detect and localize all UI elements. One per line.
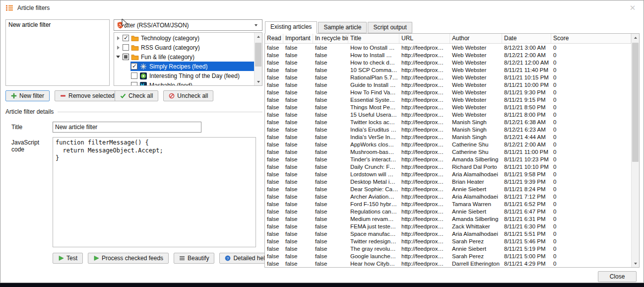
tree-checkbox[interactable]	[131, 82, 137, 86]
column-header-title[interactable]: Title	[348, 34, 399, 43]
scroll-down-icon[interactable]	[255, 78, 262, 85]
tab-script-output[interactable]: Script output	[368, 22, 412, 33]
table-row[interactable]: falsefalsefalseSpace manufac…http://feed…	[265, 230, 631, 237]
tree-checkbox[interactable]	[131, 63, 137, 70]
table-row[interactable]: falsefalsefalseRationalPlan 5.7…http://f…	[265, 73, 631, 81]
table-row[interactable]: falsefalsefalseAppWorks clos…http://feed…	[265, 141, 631, 148]
table-scrollbar-thumb[interactable]	[632, 43, 639, 162]
title-input[interactable]	[53, 122, 201, 133]
tree-checkbox[interactable]	[131, 72, 137, 79]
table-row[interactable]: falsefalsefalseMushroom-bas…http://feedp…	[265, 148, 631, 155]
table-row[interactable]: falsefalsefalseHow To Find Va…http://fee…	[265, 88, 631, 96]
tree-item-body[interactable]: Simply Recipes (feed)	[130, 62, 254, 71]
uncheck-all-button[interactable]: Uncheck all	[163, 90, 213, 101]
tree-checkbox[interactable]	[123, 44, 129, 51]
table-row[interactable]: falsefalsefalse10 SCP Comma…http://feedp…	[265, 66, 631, 73]
tree-expander[interactable]	[114, 56, 122, 58]
tree-item[interactable]: Technology (category)	[114, 33, 254, 43]
table-row[interactable]: falsefalsefalseHow to Install …http://fe…	[265, 51, 631, 59]
table-row[interactable]: falsefalsefalseMedium revam…http://feedp…	[265, 215, 631, 222]
column-header-score[interactable]: Score	[551, 34, 631, 43]
process-checked-feeds-button[interactable]: Process checked feeds	[88, 253, 169, 264]
tab-existing-articles[interactable]: Existing articles	[265, 21, 317, 34]
table-row[interactable]: falsefalsefalseArcher Aviation…http://fe…	[265, 193, 631, 200]
table-scrollbar[interactable]	[631, 34, 639, 267]
table-row[interactable]: falsefalsefalse15 Useful Usera…http://fe…	[265, 111, 631, 118]
table-row[interactable]: falsefalsefalseTinder's interact…http://…	[265, 155, 631, 163]
tab-sample-article[interactable]: Sample article	[318, 22, 367, 33]
table-cell: 0	[551, 45, 631, 51]
svg-text:?: ?	[227, 256, 229, 261]
tree-item-body[interactable]: Mashable (feed)	[130, 80, 254, 86]
column-header-important[interactable]: Important	[283, 34, 313, 43]
table-row[interactable]: falsefalsefalseHow to Onstall …http://fe…	[265, 44, 631, 51]
table-cell: Medium revam…	[348, 216, 399, 222]
table-row[interactable]: falsefalsefalseGuide to Install …http://…	[265, 81, 631, 88]
table-cell: false	[283, 156, 313, 162]
table-row[interactable]: falsefalsefalseGoogle launche…http://fee…	[265, 252, 631, 260]
tree-item[interactable]: Mashable (feed)	[114, 80, 254, 86]
table-row[interactable]: falsefalsefalseTwitter redesign…http://f…	[265, 237, 631, 245]
table-row[interactable]: falsefalsefalseRegulations can…http://fe…	[265, 208, 631, 215]
tree-item-body[interactable]: Fun & life (category)	[122, 52, 254, 62]
check-all-button[interactable]: Check all	[115, 90, 158, 101]
column-header-author[interactable]: Author	[450, 34, 502, 43]
tree-item[interactable]: Simply Recipes (feed)	[114, 62, 254, 71]
table-row[interactable]: falsefalsefalseDaily Crunch: F…http://fe…	[265, 163, 631, 170]
table-row[interactable]: falsefalsefalseIndia's VerSe In…http://f…	[265, 133, 631, 141]
table-row[interactable]: falsefalsefalseIndia's Eruditus …http://…	[265, 126, 631, 133]
tree-item-label: RSS Guard (category)	[141, 44, 200, 51]
table-cell: India's VerSe In…	[348, 134, 399, 140]
column-header-in-recycle-bin[interactable]: In recycle bin	[313, 34, 348, 43]
feed-tree-items: Technology (category) RSS Guard (categor…	[114, 33, 254, 86]
close-button[interactable]: Close	[598, 271, 637, 282]
table-cell: false	[265, 52, 283, 58]
table-row[interactable]: falsefalsefalseEssential Syste…http://fe…	[265, 96, 631, 103]
tree-item-body[interactable]: Interesting Thing of the Day (feed)	[130, 71, 254, 80]
table-cell: false	[265, 74, 283, 80]
table-row[interactable]: falsefalsefalseThe gray revolu…http://fe…	[265, 245, 631, 252]
chevron-down-icon[interactable]	[253, 24, 259, 26]
table-row[interactable]: falsefalsefalseDesktop Metal i…http://fe…	[265, 178, 631, 185]
table-row[interactable]: falsefalsefalseTwitter locks ac…http://f…	[265, 118, 631, 126]
table-row[interactable]: falsefalsefalseThings Most Pe…http://fee…	[265, 103, 631, 111]
tree-scrollbar-thumb[interactable]	[255, 43, 261, 67]
table-row[interactable]: falsefalsefalseHear how Cityb…http://fee…	[265, 260, 631, 267]
table-cell: http://feedprox…	[399, 179, 450, 185]
column-header-read[interactable]: Read	[265, 34, 283, 43]
table-cell: Amanda Silberling	[450, 216, 502, 222]
table-cell: false	[283, 253, 313, 259]
column-header-date[interactable]: Date	[502, 34, 551, 43]
table-row[interactable]: falsefalsefalseHow to check d…http://fee…	[265, 59, 631, 66]
tree-item-body[interactable]: RSS Guard (category)	[122, 43, 254, 52]
remove-selected-button[interactable]: Remove selected	[55, 90, 120, 101]
table-cell: false	[283, 127, 313, 133]
lines-icon	[179, 255, 185, 261]
tree-item-body[interactable]: Technology (category)	[122, 33, 254, 43]
tree-expander[interactable]	[114, 36, 122, 40]
new-filter-button[interactable]: New filter	[5, 90, 50, 101]
scroll-up-icon[interactable]	[255, 33, 262, 40]
tree-checkbox[interactable]	[123, 35, 129, 41]
table-row[interactable]: falsefalsefalseFord F-150 hybr…http://fe…	[265, 200, 631, 208]
filter-list-item[interactable]: New article filter	[7, 21, 108, 29]
tree-checkbox[interactable]	[123, 54, 129, 60]
table-row[interactable]: falsefalsefalseFEMA just teste…http://fe…	[265, 222, 631, 230]
test-button[interactable]: Test	[53, 253, 83, 264]
scroll-up-icon[interactable]	[632, 34, 639, 41]
beautify-button[interactable]: Beautify	[174, 253, 214, 264]
table-row[interactable]: falsefalsefalseDear Sophie: Ca…http://fe…	[265, 185, 631, 193]
tree-expander[interactable]	[114, 46, 122, 50]
table-cell: http://feedprox…	[399, 142, 450, 147]
table-cell: false	[313, 52, 348, 58]
account-combobox[interactable]: tter (RSS/ATOM/JSON)	[114, 19, 262, 31]
tree-item[interactable]: RSS Guard (category)	[114, 43, 254, 52]
table-row[interactable]: falsefalsefalseLordstown will …http://fe…	[265, 170, 631, 178]
scroll-down-icon[interactable]	[632, 260, 639, 267]
tree-scrollbar[interactable]	[254, 33, 262, 85]
tree-item[interactable]: Interesting Thing of the Day (feed)	[114, 71, 254, 80]
column-header-url[interactable]: URL	[399, 34, 450, 43]
javascript-code-editor[interactable]: function filterMessage() { return Messag…	[53, 137, 256, 247]
tree-item[interactable]: Fun & life (category)	[114, 52, 254, 62]
window-close-button[interactable]: ✕	[627, 3, 639, 12]
